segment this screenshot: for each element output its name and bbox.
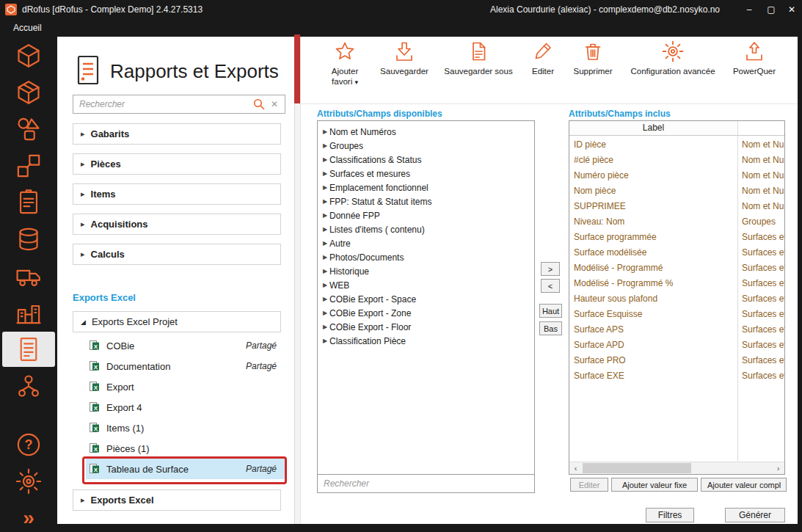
table-row[interactable]: Surface PRO Surfaces et bbox=[569, 352, 784, 368]
table-row[interactable]: #clé pièce Nom et Nu bbox=[569, 152, 784, 167]
available-field-group[interactable]: ▶ Classifications & Status bbox=[318, 153, 534, 167]
available-field-group[interactable]: ▶ Photos/Documents bbox=[318, 250, 534, 264]
scroll-right-icon[interactable]: › bbox=[772, 462, 784, 474]
available-field-group[interactable]: ▶ Surfaces et mesures bbox=[318, 167, 534, 181]
available-field-group[interactable]: ▶ COBie Export - Floor bbox=[318, 320, 534, 334]
report-group-header[interactable]: ▸ Calculs bbox=[73, 244, 281, 265]
panel-splitter[interactable] bbox=[294, 37, 301, 525]
group-label: Exports Excel bbox=[91, 495, 154, 506]
excel-file-icon: X bbox=[89, 443, 100, 454]
trash-icon bbox=[582, 40, 604, 62]
available-field-group[interactable]: ▶ COBie Export - Zone bbox=[318, 306, 534, 320]
available-field-group[interactable]: ▶ Donnée FPP bbox=[318, 208, 534, 222]
search-clear-icon[interactable]: ✕ bbox=[271, 99, 278, 109]
available-field-group[interactable]: ▶ Classification Pièce bbox=[318, 334, 534, 348]
scroll-left-icon[interactable]: ‹ bbox=[569, 462, 582, 474]
column-header-label[interactable]: Label bbox=[569, 121, 737, 135]
settings-icon[interactable] bbox=[0, 464, 57, 499]
available-field-group[interactable]: ▶ Autre bbox=[318, 236, 534, 250]
logistics-icon[interactable] bbox=[0, 258, 57, 294]
reports-icon[interactable] bbox=[2, 332, 55, 367]
table-row[interactable]: Surface EXE Surfaces et bbox=[569, 368, 784, 383]
database-icon[interactable] bbox=[0, 222, 57, 257]
download-icon bbox=[393, 40, 415, 62]
filters-button[interactable]: Filtres bbox=[646, 508, 694, 522]
table-row[interactable]: Surface APD Surfaces et bbox=[569, 337, 784, 352]
scrollbar-thumb[interactable] bbox=[583, 463, 691, 473]
report-group-header[interactable]: ▸ Pièces bbox=[73, 153, 281, 175]
export-report-item[interactable]: X Pièces (1) bbox=[86, 438, 285, 459]
maximize-button[interactable]: ▢ bbox=[762, 0, 781, 19]
table-row[interactable]: Surface programmée Surfaces et bbox=[569, 229, 784, 244]
horizontal-scrollbar[interactable]: ‹ › bbox=[569, 462, 784, 474]
add-favorite-button[interactable]: Ajouter favori ▾ bbox=[321, 40, 369, 87]
field-group-cell: Groupes bbox=[737, 216, 784, 227]
field-label-cell: Niveau: Nom bbox=[569, 216, 737, 227]
minimize-button[interactable]: – bbox=[740, 0, 759, 19]
export-report-item[interactable]: X Items (1) bbox=[86, 418, 285, 438]
add-complex-value-button[interactable]: Ajouter valeur compl bbox=[701, 478, 787, 492]
powerquery-button[interactable]: PowerQuer bbox=[723, 40, 785, 76]
report-group-header[interactable]: ▸ Acquisitions bbox=[73, 214, 281, 235]
available-field-label: Classification Pièce bbox=[329, 336, 406, 346]
add-fixed-value-button[interactable]: Ajouter valeur fixe bbox=[611, 478, 698, 492]
search-input[interactable] bbox=[73, 99, 253, 109]
available-field-group[interactable]: ▶ Nom et Numéros bbox=[318, 125, 534, 139]
move-up-button[interactable]: Haut bbox=[539, 304, 562, 318]
buildings-icon[interactable] bbox=[0, 295, 57, 330]
included-fields-title: Attributs/Champs inclus bbox=[569, 109, 671, 119]
table-row[interactable]: Hauteur sous plafond Surfaces et bbox=[569, 291, 784, 306]
available-field-group[interactable]: ▶ Listes d'items ( contenu) bbox=[318, 222, 534, 236]
available-search-input[interactable] bbox=[318, 478, 534, 489]
save-as-button[interactable]: Sauvegarder sous bbox=[439, 40, 518, 76]
export-report-item[interactable]: X Export 4 bbox=[86, 397, 285, 418]
move-right-button[interactable]: > bbox=[541, 262, 560, 276]
edit-field-button[interactable]: Editer bbox=[570, 478, 608, 492]
advanced-config-button[interactable]: Configuration avancée bbox=[623, 40, 723, 76]
field-group-cell: Nom et Nu bbox=[737, 155, 784, 165]
table-row[interactable]: Surface modélisée Surfaces et bbox=[569, 244, 784, 260]
table-row[interactable]: Modélisé - Programmé % Surfaces et bbox=[569, 275, 784, 291]
edit-button[interactable]: Editer bbox=[523, 40, 563, 76]
available-field-group[interactable]: ▶ Emplacement fonctionnel bbox=[318, 181, 534, 194]
table-row[interactable]: Nom pièce Nom et Nu bbox=[569, 183, 784, 198]
available-field-group[interactable]: ▶ WEB bbox=[318, 278, 534, 292]
report-group-header[interactable]: ▸ Items bbox=[73, 183, 281, 205]
generate-button[interactable]: Générer bbox=[725, 508, 785, 522]
available-field-group[interactable]: ▶ Historique bbox=[318, 264, 534, 278]
field-group-cell: Surfaces et bbox=[737, 309, 784, 319]
model-icon[interactable] bbox=[0, 75, 57, 110]
pencil-icon bbox=[532, 40, 554, 62]
export-report-item[interactable]: X Export bbox=[86, 376, 285, 397]
tree-root-exports-excel-projet[interactable]: ◢ Exports Excel Projet bbox=[73, 311, 281, 332]
search-icon[interactable] bbox=[253, 98, 265, 110]
table-row[interactable]: ID pièce Nom et Nu bbox=[569, 136, 784, 152]
export-report-item[interactable]: X COBie Partagé bbox=[86, 335, 285, 356]
linked-items-icon[interactable] bbox=[0, 148, 57, 183]
svg-text:?: ? bbox=[25, 437, 33, 452]
move-down-button[interactable]: Bas bbox=[539, 321, 562, 335]
table-row[interactable]: SUPPRIMEE Nom et Nu bbox=[569, 198, 784, 214]
shapes-icon[interactable] bbox=[0, 112, 57, 147]
organization-icon[interactable] bbox=[0, 368, 57, 404]
spaces-3d-icon[interactable] bbox=[0, 38, 57, 73]
help-icon[interactable]: ? bbox=[0, 427, 57, 462]
tree-collapsed-icon: ▶ bbox=[318, 184, 329, 191]
available-field-group[interactable]: ▶ FPP: Statut & Statut items bbox=[318, 194, 534, 208]
table-row[interactable]: Modélisé - Programmé Surfaces et bbox=[569, 260, 784, 275]
available-field-group[interactable]: ▶ Groupes bbox=[318, 139, 534, 153]
report-group-header-exports-excel[interactable]: ▸ Exports Excel bbox=[73, 489, 281, 511]
available-field-group[interactable]: ▶ COBie Export - Space bbox=[318, 292, 534, 306]
menu-accueil[interactable]: Accueil bbox=[13, 19, 42, 37]
included-fields-table: ID pièce Nom et Nu #clé pièce Nom et Nu … bbox=[569, 136, 784, 383]
export-report-item[interactable]: X Documentation Partagé bbox=[86, 356, 285, 376]
report-group-header[interactable]: ▸ Gabarits bbox=[73, 123, 281, 145]
move-left-button[interactable]: < bbox=[541, 279, 560, 293]
delete-button[interactable]: Supprimer bbox=[566, 40, 620, 76]
attachments-icon[interactable] bbox=[0, 185, 57, 220]
table-row[interactable]: Niveau: Nom Groupes bbox=[569, 214, 784, 229]
save-button[interactable]: Sauvegarder bbox=[373, 40, 436, 76]
table-row[interactable]: Surface Esquisse Surfaces et bbox=[569, 306, 784, 321]
table-row[interactable]: Numéro pièce Nom et Nu bbox=[569, 167, 784, 183]
table-row[interactable]: Surface APS Surfaces et bbox=[569, 321, 784, 337]
